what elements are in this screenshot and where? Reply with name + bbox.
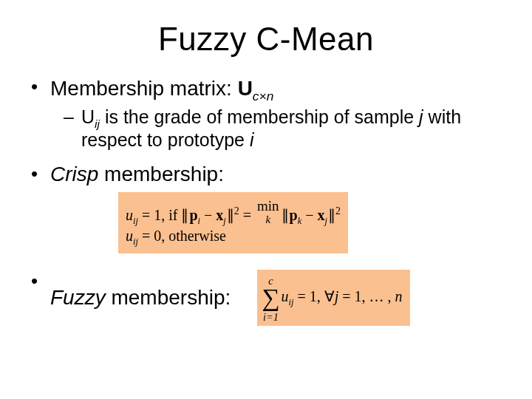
p-k: p — [290, 207, 298, 223]
fuzzy-emph: Fuzzy — [50, 286, 106, 309]
u-symbol: U — [81, 106, 95, 127]
eq-equals: = — [239, 207, 255, 223]
bullet-list: Membership matrix: Uc×n Uij is the grade… — [30, 75, 502, 186]
x-j: x — [216, 207, 223, 223]
p-i: p — [189, 207, 197, 223]
bullet-membership-matrix: Membership matrix: Uc×n Uij is the grade… — [30, 75, 502, 152]
fuzzy-equation-box: c ∑ i=1 uij = 1, ∀j = 1, … , n — [257, 270, 409, 327]
bullet-crisp: Crisp membership: — [30, 163, 502, 186]
sq1: 2 — [234, 205, 239, 216]
crisp-equation-box: uij = 1, if pi − xj2 = minkpk − xj2 uij … — [118, 192, 348, 253]
fuzzy-label: Fuzzy membership: — [50, 286, 231, 310]
fuzzy-eq1: = 1, ∀ — [293, 288, 334, 304]
eq-u: u — [126, 207, 133, 223]
x-j-sub: j — [223, 216, 225, 226]
bullet-fuzzy: Fuzzy membership: c ∑ i=1 uij = 1, ∀j = … — [30, 270, 502, 327]
minus2: − — [301, 207, 317, 223]
sigma-icon: ∑ — [262, 284, 279, 311]
u-subscript: ij — [95, 117, 100, 130]
matrix-symbol: U — [238, 77, 253, 100]
bullet-list-2: Fuzzy membership: c ∑ i=1 uij = 1, ∀j = … — [30, 270, 502, 327]
norm2: pk − xj — [282, 207, 335, 223]
crisp-eq-line-2: uij = 0, otherwise — [126, 228, 341, 245]
min-top: min — [257, 198, 279, 214]
sub-bullet-uij: Uij is the grade of membership of sample… — [64, 106, 502, 152]
eq-u2: u — [126, 228, 133, 244]
eq-u-sub: ij — [133, 216, 138, 226]
fuzzy-n: n — [395, 288, 403, 304]
crisp-emph: Crisp — [50, 163, 98, 185]
slide: Fuzzy C-Mean Membership matrix: Uc×n Uij… — [0, 0, 532, 399]
x-j2-sub: j — [324, 216, 327, 226]
i-symbol: i — [250, 129, 254, 150]
eq-u2-sub: ij — [133, 236, 138, 247]
sub-bullet-list: Uij is the grade of membership of sample… — [64, 106, 502, 152]
crisp-tail: membership: — [98, 163, 224, 185]
sq2: 2 — [335, 205, 341, 216]
sum-lower: i=1 — [263, 311, 279, 323]
sub-text-1: is the grade of membership of sample — [100, 106, 419, 127]
eq-assign-if: = 1, if — [138, 207, 182, 223]
x-j2: x — [317, 207, 324, 223]
min-bot: k — [265, 214, 270, 225]
fuzzy-u: u — [282, 288, 289, 304]
fuzzy-tail2: = 1, … , — [338, 288, 395, 304]
matrix-subscript: c×n — [253, 89, 273, 103]
fuzzy-tail: membership: — [106, 286, 231, 309]
crisp-eq-line-1: uij = 1, if pi − xj2 = minkpk − xj2 — [126, 200, 341, 225]
text-prefix: Membership matrix: — [50, 77, 238, 100]
eq-otherwise: = 0, otherwise — [138, 228, 226, 244]
minus1: − — [200, 207, 216, 223]
summation: c ∑ i=1 — [262, 273, 279, 324]
norm1: pi − xj — [181, 207, 233, 223]
page-title: Fuzzy C-Mean — [30, 21, 502, 58]
min-over-k: mink — [257, 200, 279, 225]
